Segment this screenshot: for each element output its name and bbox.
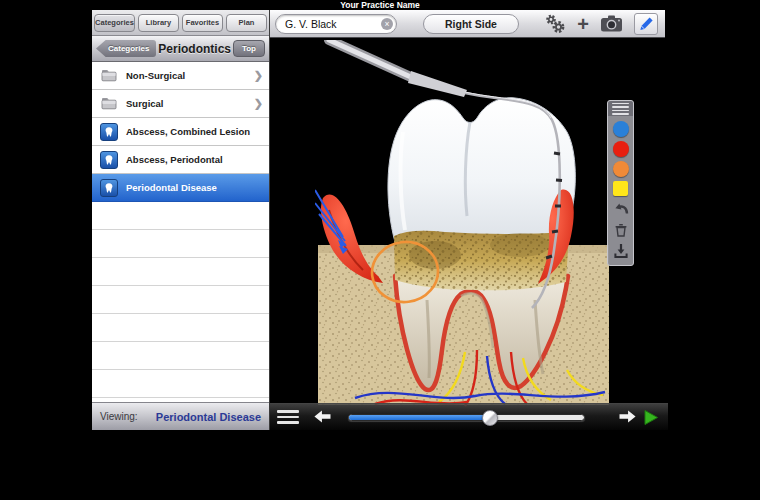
procedure-list: Non-Surgical ❯ Surgical ❯ Abscess, Combi… bbox=[92, 62, 269, 402]
empty-row bbox=[92, 202, 269, 230]
list-item-abscess-combined[interactable]: Abscess, Combined Lesion bbox=[92, 118, 269, 146]
list-item-label: Abscess, Combined Lesion bbox=[126, 126, 263, 137]
practice-name-title: Your Practice Name bbox=[92, 0, 668, 10]
tab-plan[interactable]: Plan bbox=[226, 14, 267, 32]
screen: Your Practice Name Categories Library Fa… bbox=[0, 0, 760, 500]
chevron-right-icon: ❯ bbox=[254, 97, 263, 110]
list-item-abscess-periodontal[interactable]: Abscess, Periodontal bbox=[92, 146, 269, 174]
step-forward-button[interactable] bbox=[616, 409, 638, 428]
tab-favorites[interactable]: Favorites bbox=[182, 14, 223, 32]
folder-icon bbox=[100, 95, 118, 113]
tooth-icon bbox=[100, 151, 118, 169]
viewing-label: Viewing: bbox=[100, 411, 138, 422]
app-window: Categories Library Favorites Plan Catego… bbox=[92, 10, 668, 430]
tooth-illustration bbox=[315, 40, 612, 412]
trash-icon[interactable] bbox=[611, 220, 630, 239]
list-item-non-surgical[interactable]: Non-Surgical ❯ bbox=[92, 62, 269, 90]
clear-search-icon[interactable]: × bbox=[381, 18, 393, 30]
empty-row bbox=[92, 314, 269, 342]
viewing-value: Periodontal Disease bbox=[138, 411, 261, 423]
drawing-canvas[interactable] bbox=[270, 38, 668, 430]
tooth-icon bbox=[100, 123, 118, 141]
pencil-icon bbox=[638, 16, 654, 32]
empty-row bbox=[92, 370, 269, 398]
color-swatch-yellow[interactable] bbox=[613, 181, 628, 196]
undo-icon[interactable] bbox=[611, 199, 630, 218]
seek-slider[interactable] bbox=[348, 414, 585, 421]
frames-menu-icon[interactable] bbox=[277, 410, 299, 424]
add-icon[interactable]: + bbox=[577, 14, 589, 34]
category-title: Periodontics bbox=[156, 42, 233, 56]
empty-row bbox=[92, 230, 269, 258]
empty-row bbox=[92, 258, 269, 286]
search-input[interactable] bbox=[275, 14, 397, 34]
list-item-label: Periodontal Disease bbox=[126, 182, 263, 193]
color-swatch-orange[interactable] bbox=[613, 161, 629, 177]
list-item-label: Non-Surgical bbox=[126, 70, 254, 81]
viewing-bar: Viewing: Periodontal Disease bbox=[92, 402, 269, 430]
draw-pencil-button[interactable] bbox=[634, 13, 658, 35]
sidebar-tabbar: Categories Library Favorites Plan bbox=[92, 10, 269, 36]
color-swatch-blue[interactable] bbox=[613, 121, 629, 137]
step-back-button[interactable] bbox=[312, 409, 334, 428]
color-swatch-red[interactable] bbox=[613, 141, 629, 157]
list-item-label: Surgical bbox=[126, 98, 254, 109]
save-icon[interactable] bbox=[611, 241, 630, 260]
camera-icon[interactable] bbox=[600, 14, 623, 33]
palette-drag-handle[interactable] bbox=[608, 101, 633, 116]
tab-library[interactable]: Library bbox=[138, 14, 179, 32]
sidebar-navbar: Categories Periodontics Top bbox=[92, 36, 269, 62]
empty-row bbox=[92, 286, 269, 314]
tooth-icon bbox=[100, 179, 118, 197]
tab-categories[interactable]: Categories bbox=[94, 14, 135, 32]
search-field-wrap: × bbox=[275, 14, 397, 34]
empty-row bbox=[92, 342, 269, 370]
play-button[interactable] bbox=[643, 409, 659, 430]
list-item-label: Abscess, Periodontal bbox=[126, 154, 263, 165]
seek-knob[interactable] bbox=[482, 410, 498, 426]
seek-progress bbox=[349, 415, 490, 420]
side-toggle-button[interactable]: Right Side bbox=[423, 14, 519, 34]
sidebar: Categories Library Favorites Plan Catego… bbox=[92, 10, 270, 430]
drawing-palette bbox=[607, 100, 634, 266]
list-item-surgical[interactable]: Surgical ❯ bbox=[92, 90, 269, 118]
back-button[interactable]: Categories bbox=[96, 40, 156, 57]
toolbar-icons: + bbox=[544, 13, 660, 35]
playback-bar bbox=[270, 403, 668, 430]
list-item-periodontal-disease[interactable]: Periodontal Disease bbox=[92, 174, 269, 202]
chevron-right-icon: ❯ bbox=[254, 69, 263, 82]
top-toolbar: × Right Side + bbox=[270, 10, 665, 38]
folder-icon bbox=[100, 67, 118, 85]
top-button[interactable]: Top bbox=[233, 40, 265, 57]
main-panel: × Right Side + bbox=[270, 10, 668, 430]
gears-icon[interactable] bbox=[544, 13, 566, 35]
